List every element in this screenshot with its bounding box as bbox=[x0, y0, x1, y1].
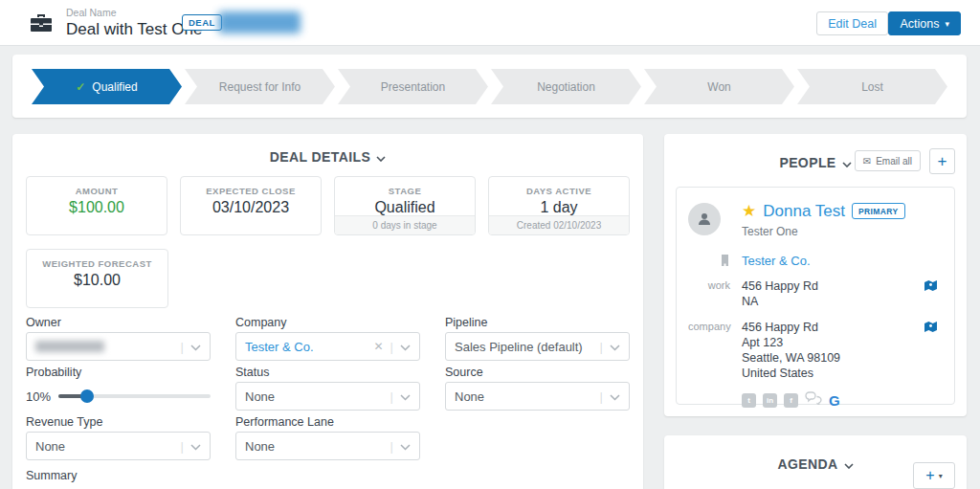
chevron-down-icon bbox=[610, 340, 620, 354]
avatar bbox=[688, 203, 721, 235]
chevron-down-icon bbox=[842, 150, 852, 175]
performance-lane-select[interactable]: None | bbox=[235, 432, 420, 460]
add-agenda-button[interactable]: + ▾ bbox=[913, 462, 955, 489]
stage-label: Presentation bbox=[381, 80, 445, 94]
map-icon[interactable] bbox=[924, 278, 943, 309]
company-label: Company bbox=[235, 316, 420, 329]
days-active-card: DAYS ACTIVE 1 day Created 02/10/2023 bbox=[488, 176, 630, 235]
redacted-owner-value bbox=[35, 341, 104, 352]
chevron-down-icon: ▾ bbox=[939, 472, 943, 480]
chevron-down-icon bbox=[190, 340, 201, 354]
weighted-forecast-card: WEIGHTED FORECAST $10.00 bbox=[26, 249, 168, 308]
amount-value: $100.00 bbox=[27, 199, 167, 216]
days-in-stage-text: 0 days in stage bbox=[335, 215, 475, 234]
deal-details-panel: DEAL DETAILS AMOUNT $100.00 EXPECTED CLO… bbox=[12, 134, 643, 489]
stage-label: Won bbox=[707, 80, 730, 94]
performance-lane-label: Performance Lane bbox=[235, 415, 420, 429]
map-icon[interactable] bbox=[924, 320, 943, 381]
envelope-icon: ✉ bbox=[863, 156, 871, 167]
probability-value: 10% bbox=[26, 389, 58, 404]
pipeline-stage-qualified[interactable]: ✓ Qualified bbox=[32, 69, 182, 104]
chevron-down-icon bbox=[610, 389, 620, 404]
weighted-forecast-label: WEIGHTED FORECAST bbox=[27, 258, 167, 269]
pipeline-stage-bar: ✓ Qualified Request for Info Presentatio… bbox=[12, 55, 967, 118]
actions-button[interactable]: Actions▾ bbox=[888, 11, 961, 35]
source-label: Source bbox=[445, 366, 630, 379]
stage-label: Negotiation bbox=[537, 80, 595, 94]
twitter-icon[interactable]: t bbox=[742, 393, 756, 408]
email-all-button[interactable]: ✉ Email all bbox=[855, 150, 921, 171]
linkedin-icon[interactable]: in bbox=[763, 393, 777, 408]
person-subtitle: Tester One bbox=[742, 225, 943, 238]
stage-label: Request for Info bbox=[219, 80, 301, 94]
stage-card-value: Qualified bbox=[335, 199, 475, 216]
company-value-link[interactable]: Tester & Co. bbox=[245, 340, 314, 354]
amount-label: AMOUNT bbox=[27, 186, 167, 196]
probability-slider[interactable] bbox=[58, 394, 211, 398]
pipeline-stage-negotiation[interactable]: Negotiation bbox=[491, 69, 641, 104]
work-address: 456 Happy Rd NA bbox=[742, 278, 912, 309]
people-header[interactable]: PEOPLE bbox=[664, 150, 967, 175]
deal-details-header[interactable]: DEAL DETAILS bbox=[26, 149, 630, 165]
person-company-link[interactable]: Tester & Co. bbox=[742, 254, 912, 268]
probability-label: Probability bbox=[26, 366, 211, 379]
add-person-button[interactable]: + bbox=[929, 148, 955, 174]
pipeline-stage-won[interactable]: Won bbox=[644, 69, 794, 104]
status-label: Status bbox=[235, 366, 420, 379]
expected-close-card: EXPECTED CLOSE 03/10/2023 bbox=[180, 176, 322, 235]
stage-card-label: STAGE bbox=[335, 186, 475, 196]
weighted-forecast-value: $10.00 bbox=[27, 272, 167, 289]
briefcase-icon bbox=[29, 11, 54, 38]
chevron-down-icon: ▾ bbox=[945, 19, 949, 29]
pipeline-select[interactable]: Sales Pipeline (default) | bbox=[445, 332, 630, 361]
primary-badge: PRIMARY bbox=[852, 203, 905, 219]
work-address-label: work bbox=[688, 278, 730, 309]
pipeline-stage-presentation[interactable]: Presentation bbox=[338, 69, 488, 104]
person-name-link[interactable]: Donna Test bbox=[763, 202, 845, 221]
source-select[interactable]: None | bbox=[445, 382, 630, 411]
slider-handle[interactable] bbox=[80, 389, 94, 403]
created-date-text: Created 02/10/2023 bbox=[489, 215, 629, 234]
star-icon[interactable]: ★ bbox=[742, 201, 756, 221]
chevron-down-icon bbox=[400, 389, 411, 404]
status-value: None bbox=[245, 389, 275, 404]
top-header-bar: Deal Name Deal with Test One DEAL Edit D… bbox=[0, 0, 980, 46]
people-panel: PEOPLE ✉ Email all + ★ Donna Test PRIMAR… bbox=[664, 134, 967, 416]
status-select[interactable]: None | bbox=[235, 382, 420, 411]
owner-select[interactable]: | bbox=[26, 332, 211, 361]
pipeline-stage-lost[interactable]: Lost bbox=[797, 69, 947, 104]
chat-icon[interactable] bbox=[805, 391, 822, 409]
redacted-deal-tag bbox=[218, 11, 301, 33]
pipeline-label: Pipeline bbox=[445, 316, 630, 329]
stage-label: Lost bbox=[861, 80, 883, 94]
pipeline-value: Sales Pipeline (default) bbox=[455, 340, 583, 354]
building-icon bbox=[688, 254, 730, 268]
chevron-down-icon bbox=[190, 439, 201, 454]
stage-card: STAGE Qualified 0 days in stage bbox=[334, 176, 476, 235]
chevron-down-icon bbox=[400, 439, 411, 454]
expected-close-label: EXPECTED CLOSE bbox=[181, 186, 321, 196]
pipeline-stage-request-for-info[interactable]: Request for Info bbox=[185, 69, 335, 104]
summary-label: Summary bbox=[26, 469, 630, 482]
deal-type-badge: DEAL bbox=[182, 14, 222, 31]
revenue-type-select[interactable]: None | bbox=[26, 432, 211, 460]
performance-lane-value: None bbox=[245, 439, 275, 454]
stage-label: Qualified bbox=[92, 80, 137, 94]
owner-label: Owner bbox=[26, 316, 211, 329]
revenue-type-value: None bbox=[35, 439, 65, 454]
facebook-icon[interactable]: f bbox=[784, 393, 798, 408]
company-select[interactable]: Tester & Co. ✕ | bbox=[235, 332, 420, 361]
amount-card: AMOUNT $100.00 bbox=[26, 176, 167, 235]
expected-close-value: 03/10/2023 bbox=[181, 199, 321, 216]
person-card: ★ Donna Test PRIMARY Tester One Tester &… bbox=[676, 187, 955, 405]
clear-icon[interactable]: ✕ bbox=[374, 340, 384, 353]
company-address: 456 Happy Rd Apt 123 Seattle, WA 98109 U… bbox=[742, 320, 912, 381]
days-active-value: 1 day bbox=[489, 199, 629, 216]
revenue-type-label: Revenue Type bbox=[26, 415, 211, 429]
company-address-label: company bbox=[688, 320, 730, 381]
days-active-label: DAYS ACTIVE bbox=[489, 186, 629, 196]
chevron-down-icon bbox=[376, 149, 386, 165]
chevron-down-icon bbox=[400, 340, 411, 354]
edit-deal-button[interactable]: Edit Deal bbox=[816, 11, 888, 35]
google-icon[interactable]: G bbox=[829, 392, 840, 409]
